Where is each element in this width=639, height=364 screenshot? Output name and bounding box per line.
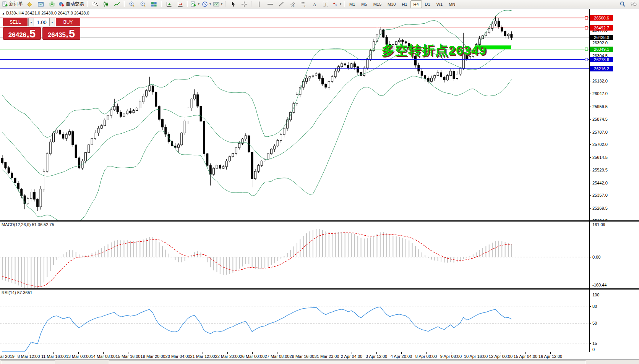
one-click-trading-panel: SELL ▼ 1.00 ▲ BUY 26426.5 26435.5 xyxy=(3,18,80,40)
axis-tick xyxy=(590,208,591,209)
time-tick xyxy=(153,352,153,354)
horizontal-line-button[interactable] xyxy=(264,0,276,8)
search-button[interactable] xyxy=(617,0,628,8)
signals-button[interactable] xyxy=(46,0,57,8)
timeframe-m1[interactable]: M1 xyxy=(346,0,358,8)
time-tick-label: 16 Apr 12:00 xyxy=(538,354,562,359)
line-handle[interactable] xyxy=(585,48,588,50)
time-tick-label: 31 Mar 23:00 xyxy=(315,354,339,359)
volume-increase-button[interactable]: ▲ xyxy=(49,18,55,26)
line-handle[interactable] xyxy=(585,58,588,61)
templates-button[interactable]: ▾ xyxy=(212,0,224,8)
time-tick xyxy=(103,352,104,354)
timeframe-h1[interactable]: H1 xyxy=(399,0,410,8)
mt4-window: 新订单自动交易▾▾▾EFAT▾M1M5M15M30H1H4D1W1MN ▲DJ3… xyxy=(0,0,639,364)
sell-price-pips: .5 xyxy=(26,29,36,39)
periods-button[interactable]: ▾ xyxy=(201,0,212,8)
buy-button[interactable]: BUY xyxy=(56,18,80,26)
crosshair-button[interactable] xyxy=(238,0,250,8)
indicators-button[interactable]: ▾ xyxy=(189,0,201,8)
volume-field[interactable]: 1.00 xyxy=(34,18,49,26)
svg-text:E: E xyxy=(293,4,295,7)
chart-shift-button[interactable] xyxy=(174,0,185,8)
axis-tick xyxy=(590,306,591,307)
chat-button[interactable] xyxy=(628,0,639,8)
clock-icon xyxy=(202,1,208,7)
sell-price-button[interactable]: 26426.5 xyxy=(3,27,41,40)
time-tick xyxy=(451,352,451,354)
chart-annotation-text[interactable]: 多空转折点26349 xyxy=(381,42,487,59)
price-tick-label: 26392.0 xyxy=(592,40,608,45)
timeframe-mn[interactable]: MN xyxy=(446,0,458,8)
tile-windows-button[interactable] xyxy=(148,0,159,8)
dropdown-caret-icon[interactable]: ▾ xyxy=(198,2,199,6)
toolbar-button-label: 自动交易 xyxy=(66,1,84,7)
timeframe-m30[interactable]: M30 xyxy=(384,0,399,8)
axis-tick xyxy=(590,343,591,344)
equidistant-channel-button[interactable]: E xyxy=(287,0,298,8)
dropdown-caret-icon[interactable]: ▾ xyxy=(209,2,211,6)
rsi-line xyxy=(2,307,511,352)
new-order-button[interactable]: 新订单 xyxy=(1,0,24,8)
buy-price-button[interactable]: 26435.5 xyxy=(42,27,80,40)
price-tick-label: 25787.0 xyxy=(592,130,608,134)
zoom-in-button[interactable] xyxy=(126,0,137,8)
auto-scroll-button[interactable] xyxy=(163,0,174,8)
price-tag: 26560.6 xyxy=(590,15,613,21)
price-tick-label: 25442.0 xyxy=(592,181,608,185)
svg-text:F: F xyxy=(304,4,306,7)
time-tick-label: 22 Mar 20:00 xyxy=(215,354,240,359)
cursor-button[interactable] xyxy=(227,0,238,8)
bollinger-middle xyxy=(2,45,511,176)
timeframe-h4[interactable]: H4 xyxy=(410,0,422,8)
arrows-button[interactable]: ▾ xyxy=(331,0,342,8)
time-tick-label: 28 Mar 16:00 xyxy=(290,354,315,359)
dropdown-caret-icon[interactable]: ▾ xyxy=(340,2,341,6)
rsi-tick-label: 80 xyxy=(592,304,597,309)
axis-tick xyxy=(590,323,591,324)
line-handle[interactable] xyxy=(585,17,588,19)
rsi-label: RSI(14) 57.3651 xyxy=(2,290,32,295)
timeframe-m15[interactable]: M15 xyxy=(370,0,384,8)
text-label-button[interactable]: T xyxy=(320,0,331,8)
candlestick-mode-button[interactable] xyxy=(100,0,111,8)
autotrading-icon xyxy=(58,1,65,7)
sell-button[interactable]: SELL xyxy=(3,18,28,26)
label-icon: T xyxy=(323,1,329,7)
zoom-out-button[interactable] xyxy=(137,0,148,8)
line-handle[interactable] xyxy=(585,27,588,29)
autotrading-button[interactable]: 自动交易 xyxy=(57,0,85,8)
timeframe-w1[interactable]: W1 xyxy=(433,0,446,8)
sell-price-main: 26426 xyxy=(8,31,26,39)
timeframe-m5[interactable]: M5 xyxy=(358,0,370,8)
chart-shift-icon xyxy=(177,1,183,7)
text-button[interactable]: A xyxy=(309,0,320,8)
cursor-icon xyxy=(230,1,236,7)
time-axis[interactable]: 7 Mar 20198 Mar 12:0011 Mar 16:0013 Mar … xyxy=(0,352,639,359)
collapse-arrow-icon[interactable]: ▲ xyxy=(2,12,5,15)
dropdown-caret-icon[interactable]: ▾ xyxy=(221,2,222,6)
bar-chart-mode-button[interactable] xyxy=(89,0,100,8)
time-tick xyxy=(277,352,277,354)
chart-window-button[interactable] xyxy=(35,0,46,8)
price-tick-label: 25874.5 xyxy=(592,117,608,121)
axis-tick xyxy=(590,195,591,196)
volume-decrease-button[interactable]: ▼ xyxy=(28,18,34,26)
time-tick-label: 4 Apr 20:00 xyxy=(391,354,412,359)
status-cell-profile xyxy=(1,361,55,364)
macd-histogram xyxy=(2,229,511,288)
channel-icon: E xyxy=(289,1,295,7)
rsi-tick-label: 50 xyxy=(592,321,597,325)
fibonacci-button[interactable]: F xyxy=(298,0,309,8)
timeframe-d1[interactable]: D1 xyxy=(422,0,433,8)
time-tick xyxy=(302,352,302,354)
time-tick xyxy=(252,352,253,354)
vertical-line-button[interactable] xyxy=(253,0,264,8)
macd-pane: MACD(12,26,9) 51.36 52.75 161.090.00-160… xyxy=(0,222,639,288)
arrows-icon xyxy=(332,1,338,7)
market-watch-button[interactable] xyxy=(24,0,35,8)
trendline-button[interactable] xyxy=(276,0,287,8)
rsi-tick-label: 100 xyxy=(592,293,599,297)
line-chart-mode-button[interactable] xyxy=(111,0,122,8)
toolbar-separator xyxy=(225,1,226,7)
